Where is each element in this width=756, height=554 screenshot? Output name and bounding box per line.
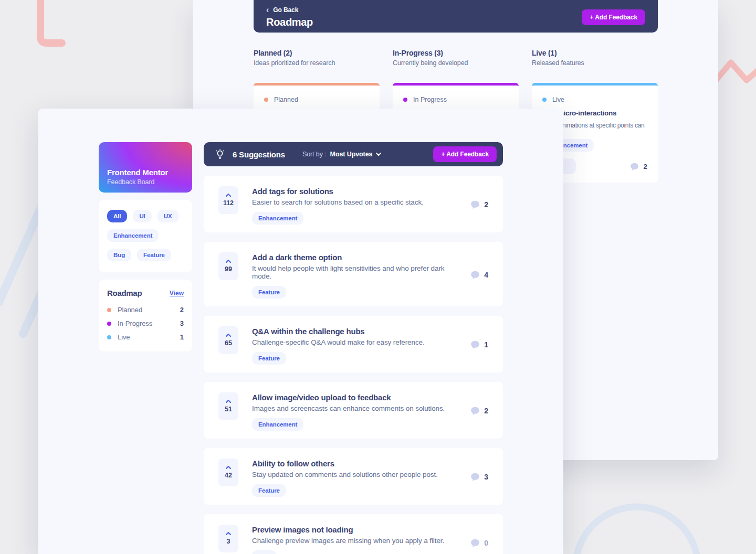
upvote-button[interactable]: 42 [218,459,238,486]
suggestion-card[interactable]: 51 Allow image/video upload to feedback … [204,382,503,439]
column-subtitle: Currently being developed [393,59,519,67]
filter-all[interactable]: All [107,210,127,222]
upvote-count: 112 [223,199,234,207]
suggestions-main: 6 Suggestions Sort by : Most Upvotes + A… [204,142,503,554]
sort-prefix: Sort by : [302,151,327,158]
filter-ux[interactable]: UX [158,210,178,222]
pink-zigzag-shape [713,54,756,91]
status-dot [107,322,111,326]
comments-count[interactable]: 2 [470,200,488,209]
suggestion-title: Preview images not loading [252,525,462,534]
comments-count[interactable]: 4 [470,271,488,279]
suggestion-card[interactable]: 3 Preview images not loading Challenge p… [204,514,503,554]
roadmap-view-link[interactable]: View [170,290,184,297]
brand-subtitle: Feedback Board [107,178,168,186]
category-tag[interactable]: Feature [252,286,286,299]
status-dot [107,335,111,339]
filter-feature[interactable]: Feature [137,249,171,261]
upvote-count: 3 [227,538,230,545]
roadmap-summary-title: Roadmap [107,289,142,297]
suggestion-description: Images and screencasts can enhance comme… [252,404,462,412]
brand-card: Frontend Mentor Feedback Board [99,142,192,193]
roadmap-header: ‹ Go Back Roadmap + Add Feedback [254,0,658,33]
status-dot [264,98,268,102]
roadmap-item-label: In-Progress [118,319,152,327]
chevron-up-icon [226,466,231,469]
comments-count[interactable]: 2 [630,163,647,171]
status-dot [403,98,407,102]
suggestions-page-panel: Frontend Mentor Feedback Board All UI UX… [38,109,563,554]
comment-icon [630,163,639,171]
upvote-button[interactable]: 65 [218,326,238,354]
chevron-up-icon [226,194,231,197]
suggestion-title: Add a dark theme option [252,253,462,262]
add-feedback-button[interactable]: + Add Feedback [582,9,645,25]
comments-count[interactable]: 0 [470,539,488,547]
chevron-left-icon: ‹ [266,7,269,13]
upvote-button[interactable]: 3 [218,525,238,552]
chevron-up-icon [226,400,231,403]
chevron-up-icon [226,334,231,337]
upvote-count: 42 [225,472,232,479]
suggestion-title: Ability to follow others [252,459,462,468]
sort-dropdown[interactable]: Sort by : Most Upvotes [302,151,381,158]
column-title: Planned (2) [254,49,380,57]
column-title: Live (1) [532,49,658,57]
sidebar: Frontend Mentor Feedback Board All UI UX… [99,142,192,554]
upvote-count: 65 [225,339,232,347]
roadmap-item-count: 1 [180,333,184,341]
comment-icon [470,200,480,209]
roadmap-item-count: 3 [180,319,184,327]
roadmap-item-count: 2 [180,306,184,314]
status-label: Planned [274,96,298,103]
category-tag[interactable]: Bug [252,550,276,554]
category-tag[interactable]: Feature [252,352,286,365]
status-label: In Progress [413,96,447,103]
filter-bug[interactable]: Bug [107,249,131,261]
go-back-link[interactable]: ‹ Go Back [266,6,313,14]
suggestion-title: Allow image/video upload to feedback [252,393,462,402]
chevron-up-icon [226,260,231,263]
status-label: Live [552,96,564,103]
suggestion-description: Challenge-specific Q&A would make for ea… [252,338,462,346]
suggestion-card[interactable]: 65 Q&A within the challenge hubs Challen… [204,316,503,372]
add-feedback-button[interactable]: + Add Feedback [433,146,497,162]
upvote-button[interactable]: 51 [218,392,238,420]
category-tag[interactable]: Enhancement [252,212,303,225]
filter-enhancement[interactable]: Enhancement [107,229,159,242]
roadmap-item-label: Live [118,333,130,341]
suggestion-description: It would help people with light sensitiv… [252,264,462,280]
suggestion-title: Q&A within the challenge hubs [252,327,462,336]
suggestions-count: 6 Suggestions [233,150,285,159]
comment-icon [470,473,480,481]
suggestion-description: Easier to search for solutions based on … [252,198,462,206]
upvote-count: 99 [225,265,232,273]
chevron-up-icon [226,532,231,535]
comment-icon [470,407,480,415]
suggestion-description: Challenge preview images are missing whe… [252,537,462,545]
upvote-button[interactable]: 99 [218,252,238,280]
suggestion-card[interactable]: 112 Add tags for solutions Easier to sea… [204,176,503,232]
category-tag[interactable]: Enhancement [252,418,303,431]
roadmap-item-in-progress: In-Progress 3 [107,319,184,327]
chevron-down-icon [376,153,381,156]
blue-circle-shape [568,503,710,554]
roadmap-page-title: Roadmap [266,16,313,28]
suggestion-card[interactable]: 42 Ability to follow others Stay updated… [204,448,503,505]
column-subtitle: Ideas prioritized for research [254,59,380,67]
comments-count[interactable]: 3 [470,473,488,481]
comments-count[interactable]: 1 [470,340,488,349]
upvote-count: 51 [225,406,232,413]
category-tag[interactable]: Feature [252,484,286,497]
comment-icon [470,271,480,279]
suggestion-card[interactable]: 99 Add a dark theme option It would help… [204,242,503,306]
roadmap-summary-card: Roadmap View Planned 2 In-Progress 3 Liv… [99,280,192,351]
comment-icon [470,539,480,547]
roadmap-item-planned: Planned 2 [107,306,184,314]
pink-l-shape [32,0,71,56]
column-subtitle: Released features [532,59,658,67]
roadmap-item-label: Planned [118,306,142,314]
filter-ui[interactable]: UI [133,210,151,222]
upvote-button[interactable]: 112 [218,186,238,214]
comments-count[interactable]: 2 [470,407,488,415]
